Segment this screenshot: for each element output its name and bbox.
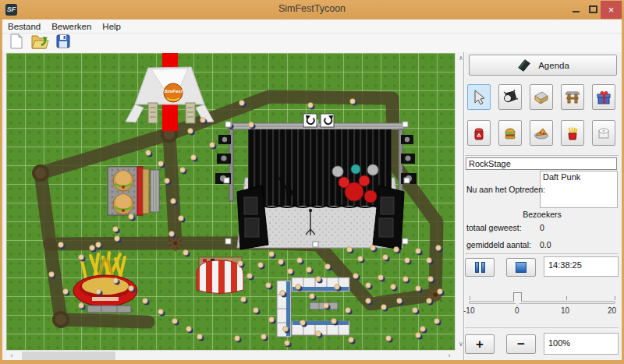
save-floppy-icon bbox=[55, 33, 72, 50]
gift-icon bbox=[595, 89, 612, 106]
pause-button[interactable] bbox=[465, 258, 495, 277]
agenda-book-icon bbox=[516, 58, 532, 73]
menu-help[interactable]: Help bbox=[97, 22, 126, 31]
truss-icon bbox=[564, 89, 581, 106]
burger-stand[interactable] bbox=[108, 167, 149, 215]
total-visitors-value: 0 bbox=[540, 223, 544, 232]
panel-separator-1 bbox=[465, 155, 619, 156]
maximize-button[interactable] bbox=[587, 3, 601, 16]
cursor-icon bbox=[470, 89, 488, 106]
menu-bar: Bestand Bewerken Help bbox=[2, 19, 622, 34]
close-button[interactable]: × bbox=[601, 1, 622, 19]
tool-spotlight-button[interactable] bbox=[498, 84, 522, 110]
now-playing-box: Daft Punk bbox=[540, 171, 618, 208]
now-playing-label: Nu aan het Optreden: bbox=[466, 185, 545, 194]
clock-display: 14:38:25 bbox=[544, 256, 619, 277]
bench-fries[interactable] bbox=[87, 306, 131, 313]
slider-label-10: 10 bbox=[561, 306, 569, 315]
tool-pizza-button[interactable] bbox=[530, 120, 553, 146]
average-visitors-label: gemiddeld aantal: bbox=[466, 240, 531, 249]
spotlight-icon bbox=[502, 89, 519, 106]
scroll-right-icon[interactable]: › bbox=[444, 351, 455, 361]
zoom-out-button[interactable]: − bbox=[506, 334, 536, 354]
open-folder-icon bbox=[30, 33, 49, 50]
total-visitors-label: totaal geweest: bbox=[466, 223, 522, 232]
spotlight-rig-right bbox=[401, 135, 417, 184]
save-file-button[interactable] bbox=[55, 33, 72, 53]
tool-gift-button[interactable] bbox=[592, 84, 615, 110]
speed-slider-track[interactable] bbox=[469, 301, 615, 304]
festival-map[interactable]: SimFest bbox=[6, 53, 455, 350]
trash-can-icon bbox=[470, 125, 488, 142]
toolbar bbox=[2, 34, 622, 52]
slider-label-min: -10 bbox=[463, 306, 474, 315]
striped-stand[interactable] bbox=[197, 257, 243, 294]
fries-icon bbox=[564, 125, 581, 142]
tool-stage-piece-button[interactable] bbox=[530, 84, 553, 110]
stop-icon bbox=[516, 262, 526, 273]
scroll-left-icon[interactable]: ‹ bbox=[6, 351, 17, 361]
tool-select-button[interactable] bbox=[467, 84, 491, 110]
new-file-button[interactable] bbox=[8, 33, 25, 53]
stage-name-input[interactable]: RockStage bbox=[466, 157, 617, 170]
average-visitors-value: 0.0 bbox=[540, 240, 551, 249]
app-icon: SF bbox=[5, 4, 17, 16]
zoom-in-button[interactable]: + bbox=[465, 334, 495, 354]
stop-button[interactable] bbox=[506, 258, 536, 277]
hamburger-icon bbox=[502, 125, 519, 142]
main-stage[interactable] bbox=[215, 123, 417, 249]
minimize-button[interactable] bbox=[569, 3, 583, 16]
title-bar[interactable]: SimFestTycoon SF × bbox=[0, 0, 624, 19]
new-file-icon bbox=[8, 33, 25, 50]
rotate-ccw-button[interactable] bbox=[303, 114, 317, 127]
bench-vertical[interactable] bbox=[151, 170, 159, 212]
tool-truss-button[interactable] bbox=[561, 84, 584, 110]
map-horizontal-scrollbar[interactable]: ‹ › bbox=[6, 350, 455, 360]
tent-logo-text: SimFest bbox=[164, 89, 183, 94]
stage-piece-icon bbox=[533, 89, 550, 106]
visitors-header: Bezoekers bbox=[466, 210, 619, 219]
slider-label-0: 0 bbox=[515, 306, 519, 315]
menu-bewerken[interactable]: Bewerken bbox=[46, 22, 97, 31]
tool-toilet-paper-button[interactable] bbox=[592, 120, 615, 146]
scroll-up-icon[interactable]: ∧ bbox=[456, 53, 466, 64]
window-title: SimFestTycoon bbox=[0, 3, 624, 14]
zoom-level-display: 100% bbox=[544, 333, 619, 355]
agenda-button[interactable]: Agenda bbox=[469, 55, 617, 76]
pause-icon bbox=[475, 262, 479, 273]
pizza-icon bbox=[533, 125, 550, 142]
panel-separator-2 bbox=[465, 253, 619, 254]
toilet-paper-icon bbox=[595, 125, 612, 142]
slider-label-20: 20 bbox=[608, 306, 616, 315]
panel-separator-3 bbox=[465, 327, 619, 328]
rotate-cw-button[interactable] bbox=[321, 114, 334, 127]
tool-trash-can-button[interactable] bbox=[467, 120, 491, 146]
horizontal-scroll-thumb[interactable] bbox=[22, 352, 115, 360]
tool-fries-button[interactable] bbox=[561, 120, 584, 146]
open-file-button[interactable] bbox=[30, 33, 49, 53]
app-window: SimFestTycoon SF × Bestand Bewerken Help bbox=[0, 0, 624, 364]
spotlight-rig-left bbox=[215, 135, 231, 184]
tool-hamburger-button[interactable] bbox=[498, 120, 522, 146]
agenda-label: Agenda bbox=[538, 61, 569, 70]
menu-bestand[interactable]: Bestand bbox=[2, 22, 46, 31]
